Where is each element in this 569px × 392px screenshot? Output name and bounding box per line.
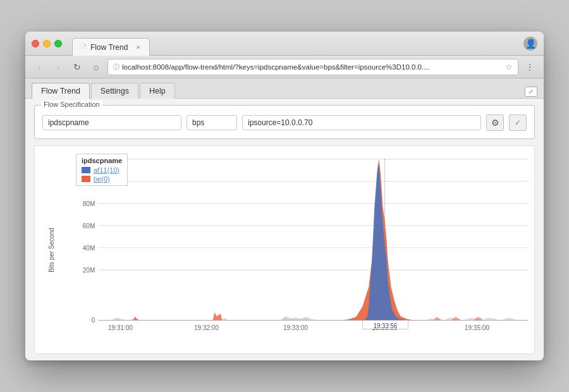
svg-marker-39 [474, 317, 483, 320]
x-axis: 19:31:00 19:32:00 19:33:00 19:33:56 19:3… [108, 319, 489, 331]
tab-title: Flow Trend [90, 43, 128, 52]
tab-favicon-icon: 📄 [79, 43, 87, 52]
legend-label-be: be(0) [94, 175, 110, 183]
reload-button[interactable]: ↻ [70, 59, 85, 75]
expand-button[interactable]: ⤢ [525, 87, 537, 97]
svg-marker-37 [432, 317, 442, 320]
tab-settings[interactable]: Settings [91, 83, 138, 99]
svg-marker-25 [133, 316, 140, 320]
browser-tab[interactable]: 📄 Flow Trend ✕ [72, 38, 150, 56]
svg-marker-23 [111, 317, 126, 320]
legend-item-af11[interactable]: af11(10) [82, 166, 122, 174]
chart-legend: ipdscpname af11(10) be(0) [76, 154, 128, 186]
address-bar[interactable]: ⓘ localhost:8008/app/flow-trend/html/?ke… [107, 59, 518, 75]
flow-spec-legend: Flow Specification [41, 101, 102, 108]
maximize-button[interactable] [54, 40, 62, 47]
tab-flow-trend[interactable]: Flow Trend [32, 83, 90, 99]
svg-marker-27 [223, 317, 228, 320]
svg-text:19:32:00: 19:32:00 [194, 324, 219, 331]
svg-text:20M: 20M [83, 267, 95, 274]
svg-marker-26 [213, 312, 223, 321]
browser-menu-button[interactable]: ⋮ [522, 59, 537, 75]
title-bar-right: 👤 [523, 37, 537, 51]
svg-text:19:33:56: 19:33:56 [374, 322, 398, 329]
y-axis-label: Bits per Second [48, 228, 55, 273]
lock-icon: ⓘ [113, 63, 119, 71]
svg-text:60M: 60M [83, 223, 95, 230]
forward-button[interactable]: › [51, 59, 66, 75]
submit-spec-button[interactable]: ✓ [509, 114, 527, 131]
legend-color-be [82, 176, 90, 182]
legend-label-af11: af11(10) [94, 166, 119, 174]
close-button[interactable] [32, 40, 39, 47]
legend-title: ipdscpname [82, 157, 122, 164]
legend-color-af11 [82, 167, 90, 173]
tab-close-icon[interactable]: ✕ [134, 43, 143, 52]
value-input[interactable] [187, 115, 237, 130]
browser-tab-bar: 📄 Flow Trend ✕ [72, 32, 523, 55]
svg-text:19:33:00: 19:33:00 [283, 324, 308, 331]
traffic-lights [32, 40, 62, 47]
home-button[interactable]: ⌂ [89, 59, 104, 75]
main-content: Flow Specification ⚙ ✓ Bits per [25, 99, 544, 360]
user-avatar-icon[interactable]: 👤 [523, 37, 537, 51]
keys-input[interactable] [42, 115, 181, 130]
svg-text:19:31:00: 19:31:00 [108, 324, 133, 331]
filter-input[interactable] [242, 115, 481, 130]
checkmark-icon: ✓ [515, 118, 521, 127]
tab-help[interactable]: Help [140, 83, 175, 99]
minimize-button[interactable] [43, 40, 51, 47]
svg-text:80M: 80M [83, 200, 95, 207]
app-tab-bar: Flow Trend Settings Help ⤢ [25, 78, 544, 99]
title-bar: 📄 Flow Trend ✕ 👤 [25, 32, 544, 56]
flow-spec-box: Flow Specification ⚙ ✓ [34, 105, 535, 139]
y-axis-label-wrapper: Bits per Second [35, 146, 68, 353]
svg-text:19:35:00: 19:35:00 [465, 324, 489, 331]
expand-icon[interactable]: ⤢ [525, 87, 537, 97]
gear-icon: ⚙ [491, 118, 499, 128]
url-text: localhost:8008/app/flow-trend/html/?keys… [122, 63, 503, 71]
chart-svg: 120M 100M 80M 60M 40M 20M 0 19:31:00 19:… [70, 152, 528, 347]
page-content: Flow Trend Settings Help ⤢ Flow Specific… [25, 78, 544, 360]
browser-window: 📄 Flow Trend ✕ 👤 ‹ › ↻ ⌂ ⓘ localhost:800… [25, 32, 544, 360]
flow-spec-fields: ⚙ ✓ [42, 114, 527, 131]
back-button[interactable]: ‹ [32, 59, 47, 75]
legend-item-be[interactable]: be(0) [82, 175, 122, 183]
svg-marker-36 [503, 317, 518, 320]
svg-text:0: 0 [92, 316, 95, 323]
svg-marker-35 [484, 317, 499, 320]
svg-text:40M: 40M [83, 245, 95, 252]
bookmark-icon[interactable]: ☆ [505, 62, 513, 71]
settings-spec-button[interactable]: ⚙ [486, 114, 504, 131]
chart-container: Bits per Second ipdscpname af11(10) be(0… [34, 145, 535, 354]
y-axis: 120M 100M 80M 60M 40M 20M 0 [79, 156, 528, 324]
nav-bar: ‹ › ↻ ⌂ ⓘ localhost:8008/app/flow-trend/… [25, 56, 544, 78]
